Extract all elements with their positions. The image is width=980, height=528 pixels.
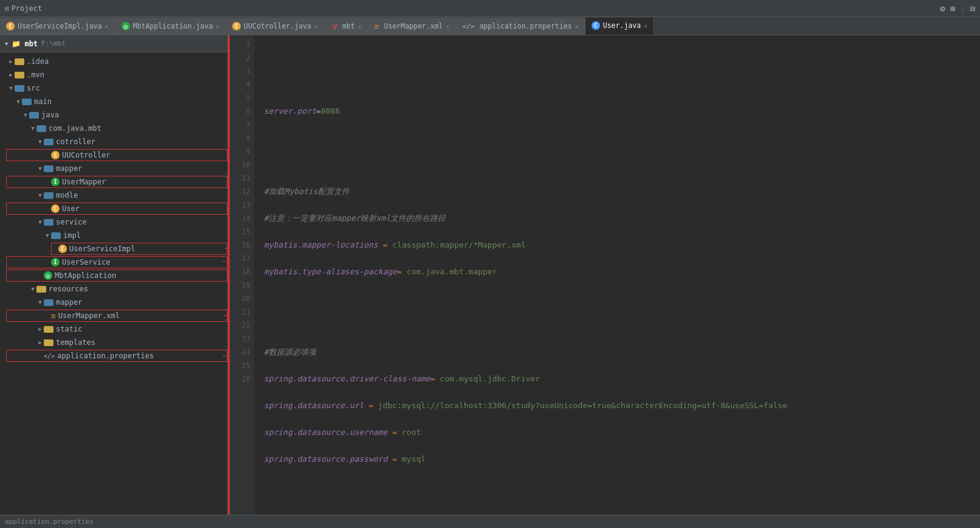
toolbar-icons: ⚙ ⊞ | ⊟ — [940, 4, 975, 13]
label-templates: templates — [56, 338, 95, 347]
chevron-src: ▼ — [7, 85, 15, 92]
chevron-modle: ▼ — [36, 192, 44, 199]
chevron-templates: ▶ — [36, 339, 44, 346]
tab-close-usermapperxml[interactable]: ✕ — [446, 23, 450, 30]
label-uucotroller: UUCotroller — [62, 151, 110, 159]
tree-item-mapper-res[interactable]: ▼ mapper — [0, 296, 227, 309]
label-userserviceimpl: UserServiceImpl — [69, 245, 135, 253]
code-line-14: spring.datasource.url = jdbc:mysql://loc… — [264, 399, 970, 412]
code-line-18 — [264, 506, 970, 515]
tree-item-uucotroller[interactable]: ▶ C UUCotroller ← 接口控制类 — [0, 148, 227, 162]
project-header: ▼ 📁 mbt F:\mbt — [0, 35, 227, 52]
folder-icon-java — [29, 112, 39, 119]
editor-area: 1 2 3 4 5 6 7 8 9 10 11 12 13 14 15 16 1… — [230, 35, 980, 515]
chevron-comjavambt: ▼ — [29, 125, 36, 132]
code-line-16: spring.datasource.password = mysql — [264, 453, 970, 466]
top-bar-title: Project — [12, 4, 43, 13]
tab-usermapperxml[interactable]: ≡ UserMapper.xml ✕ — [368, 18, 457, 35]
file-icon-uucotroller: C — [51, 151, 60, 159]
tab-mbtapplication[interactable]: ◎ MbtApplication.java ✕ — [116, 18, 227, 35]
file-icon-appprops: </> — [44, 353, 55, 360]
tree-item-src[interactable]: ▼ src — [0, 82, 227, 95]
folder-icon-mvn — [15, 72, 24, 78]
tree-item-userservice[interactable]: ▶ I UserService ← service — [0, 255, 227, 269]
folder-icon-cotroller — [44, 139, 53, 145]
tab-close-user[interactable]: ✕ — [644, 23, 647, 29]
file-tree: ▶ .idea ▶ .mvn ▼ src ▼ main — [0, 52, 227, 365]
project-folder-icon: 📁 — [12, 40, 21, 48]
line-numbers: 1 2 3 4 5 6 7 8 9 10 11 12 13 14 15 16 1… — [230, 35, 254, 515]
label-user-file: User — [62, 204, 80, 213]
tab-bar: C UserServiceImpl.java ✕ ◎ MbtApplicatio… — [0, 17, 980, 35]
file-icon-mbtapplication: ◎ — [44, 271, 52, 280]
tab-label-applicationprops: application.properties — [479, 22, 571, 30]
tab-close-mbt[interactable]: ✕ — [358, 23, 362, 30]
tree-item-java[interactable]: ▼ java — [0, 108, 227, 122]
tree-item-impl[interactable]: ▼ impl — [0, 229, 227, 242]
tab-close-uucotroller[interactable]: ✕ — [314, 23, 318, 30]
tab-applicationprops[interactable]: </> application.properties ✕ — [457, 18, 585, 35]
chevron-resources: ▼ — [29, 285, 36, 293]
tree-item-mvn[interactable]: ▶ .mvn — [0, 68, 227, 82]
project-path: F:\mbt — [41, 40, 66, 47]
code-line-3: server.port=8086 — [264, 105, 970, 118]
chevron-idea: ▶ — [7, 58, 15, 65]
folder-icon-main — [22, 99, 32, 105]
tree-item-mapper-dir[interactable]: ▼ mapper — [0, 162, 227, 175]
tree-item-comjavambt[interactable]: ▼ com.java.mbt — [0, 122, 227, 135]
annotation-box-user — [6, 203, 227, 215]
chevron-java: ▼ — [22, 111, 29, 119]
chevron-mapper-res: ▼ — [36, 299, 44, 306]
project-chevron: ▼ — [5, 41, 8, 47]
tab-mbt[interactable]: V mbt ✕ — [325, 18, 368, 35]
tab-label-mbt: mbt — [342, 22, 355, 30]
code-line-17 — [264, 479, 970, 493]
tree-item-usermapper[interactable]: ▶ I UserMapper ← 映射接口 — [0, 175, 227, 189]
structure-icon[interactable]: ⊞ — [950, 4, 955, 13]
label-static: static — [56, 325, 82, 333]
tree-item-static[interactable]: ▶ static — [0, 322, 227, 336]
folder-icon-modle — [44, 192, 53, 199]
tab-close-mbtapplication[interactable]: ✕ — [216, 23, 219, 30]
code-editor[interactable]: server.port=8086 #加载Mybatis配置文件 #注意：一定要对… — [254, 35, 980, 515]
label-main: main — [34, 97, 52, 106]
tab-label-usermapperxml: UserMapper.xml — [384, 22, 443, 30]
tree-item-idea[interactable]: ▶ .idea — [0, 55, 227, 68]
tree-item-userserviceimpl[interactable]: ▶ C UserServiceImpl ← service实现类 — [0, 242, 227, 255]
tab-close-userserviceimpl[interactable]: ✕ — [105, 23, 108, 30]
settings-icon[interactable]: ⚙ — [940, 4, 945, 13]
label-comjavambt: com.java.mbt — [49, 124, 102, 133]
code-line-10 — [264, 292, 970, 305]
tree-item-resources[interactable]: ▼ resources — [0, 282, 227, 296]
tree-item-user-file[interactable]: ▶ C User ← 实体类 — [0, 202, 227, 215]
tab-close-applicationprops[interactable]: ✕ — [575, 23, 579, 30]
tree-item-main[interactable]: ▼ main — [0, 95, 227, 108]
label-mapper-dir: mapper — [56, 164, 82, 173]
sidebar: ▼ 📁 mbt F:\mbt ▶ .idea ▶ .mvn ▼ src — [0, 35, 228, 515]
folder-icon-idea — [15, 58, 24, 65]
tab-user[interactable]: C User.java ✕ — [585, 18, 654, 35]
layout-icon[interactable]: ⊟ — [970, 4, 975, 13]
tab-uucotroller[interactable]: C UUCotroller.java ✕ — [226, 18, 325, 35]
tree-item-appprops[interactable]: ▶ </> application.properties ← 配置文件 — [0, 349, 227, 363]
tree-item-cotroller[interactable]: ▼ cotroller — [0, 135, 227, 148]
tree-item-templates[interactable]: ▶ templates — [0, 336, 227, 349]
folder-icon-src — [15, 85, 24, 92]
label-impl: impl — [63, 231, 81, 240]
tree-item-service[interactable]: ▼ service — [0, 215, 227, 229]
code-line-9: mybatis.type-aliases-package= com.java.m… — [264, 265, 970, 279]
tree-item-usermapper-xml[interactable]: ▶ ≡ UserMapper.xml ←mybatis的xml映射 — [0, 309, 227, 322]
editor-content[interactable]: 1 2 3 4 5 6 7 8 9 10 11 12 13 14 15 16 1… — [230, 35, 980, 515]
label-service: service — [56, 218, 87, 226]
tree-item-mbtapplication[interactable]: ▶ ◎ MbtApplication ← 启动类 — [0, 269, 227, 282]
folder-icon-mapper-dir — [44, 165, 53, 172]
tab-label-uucotroller: UUCotroller.java — [244, 22, 311, 30]
project-icon: ▤ — [5, 4, 9, 12]
annotation-arrow-usermapper-xml: ←mybatis的xml映射 — [224, 311, 228, 320]
tab-label-userserviceimpl: UserServiceImpl.java — [18, 22, 102, 30]
annotation-box-uucotroller — [6, 149, 227, 161]
label-mbtapplication: MbtApplication — [55, 271, 116, 280]
label-idea: .idea — [27, 57, 49, 66]
tree-item-modle[interactable]: ▼ modle — [0, 189, 227, 202]
tab-userserviceimpl[interactable]: C UserServiceImpl.java ✕ — [0, 18, 116, 35]
